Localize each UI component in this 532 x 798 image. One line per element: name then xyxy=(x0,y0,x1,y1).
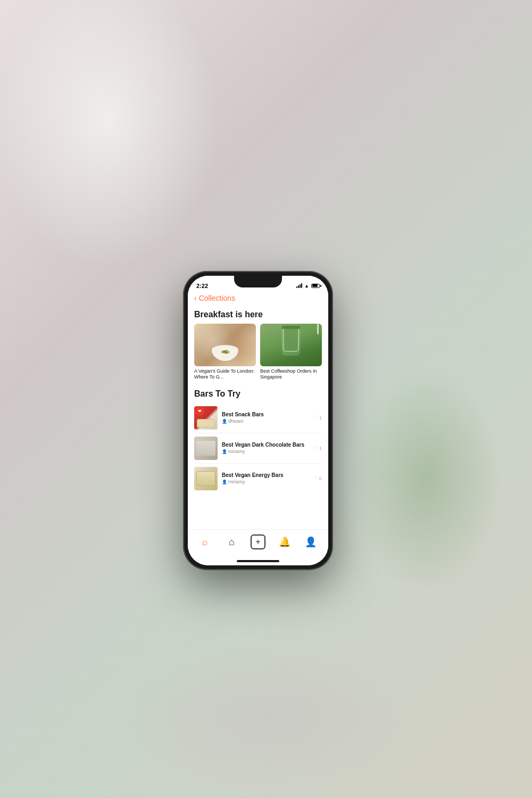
nav-add[interactable]: + xyxy=(248,532,268,552)
card-drink-image xyxy=(260,324,322,366)
card-food-image: 🥗 xyxy=(194,324,256,366)
snack-bars-thumbnail: ❤ xyxy=(194,406,218,430)
snack-bars-likes: 1 xyxy=(319,415,322,421)
wifi-icon: ▲ xyxy=(304,283,309,289)
back-button[interactable]: ‹ Collections xyxy=(194,294,322,302)
energy-bars-info: Best Vegan Energy Bars 👤 miriamy xyxy=(222,472,313,484)
heart-outline-icon-3: ♡ xyxy=(313,475,318,481)
phone-mockup: 2:22 ▲ ‹ Collections xyxy=(184,272,332,570)
drink-straw-icon xyxy=(317,324,319,334)
home-icon: ⌂ xyxy=(229,537,235,548)
chocolate-bars-author: 👤 miriamy xyxy=(222,449,313,454)
chocolate-bars-likes: 1 xyxy=(319,446,322,451)
nav-home[interactable]: ⌂ xyxy=(222,532,241,552)
status-time: 2:22 xyxy=(196,283,208,289)
nav-search[interactable]: ⌕ xyxy=(196,532,215,552)
energy-bars-thumbnail xyxy=(194,467,218,490)
status-icons: ▲ xyxy=(296,283,320,289)
bars-section-title: Bars To Try xyxy=(194,389,322,399)
energy-bars-likes: 0 xyxy=(319,476,322,481)
bottom-navigation: ⌕ ⌂ + 🔔 👤 xyxy=(188,529,328,557)
chocolate-bars-info: Best Vegan Dark Chocolate Bars 👤 miriamy xyxy=(222,442,313,454)
energy-bars-title: Best Vegan Energy Bars xyxy=(222,472,313,478)
list-item-snack-bars[interactable]: ❤ Best Snack Bars 👤 dhwani ♡ 1 xyxy=(194,403,322,433)
nav-notifications[interactable]: 🔔 xyxy=(275,532,294,552)
signal-icon xyxy=(296,283,302,288)
author-icon-2: 👤 xyxy=(222,449,227,454)
phone-screen: 2:22 ▲ ‹ Collections xyxy=(188,276,328,565)
card-drink-label: Best Coffeeshop Orders In Singapore xyxy=(260,368,322,381)
user-icon: 👤 xyxy=(305,536,317,548)
chocolate-bars-meta: ♡ 1 xyxy=(313,445,322,451)
chocolate-bars-thumbnail xyxy=(194,437,218,460)
card-food-label: A Vegan's Guide To London: Where To G... xyxy=(194,368,256,381)
snack-bars-info: Best Snack Bars 👤 dhwani xyxy=(222,412,313,424)
card-coffeeshop-singapore[interactable]: Best Coffeeshop Orders In Singapore xyxy=(260,324,322,381)
page-header: ‹ Collections xyxy=(188,292,328,306)
phone-frame: 2:22 ▲ ‹ Collections xyxy=(184,272,332,570)
chevron-left-icon: ‹ xyxy=(194,294,197,302)
drink-cup-icon xyxy=(283,328,299,352)
add-button[interactable]: + xyxy=(251,534,265,549)
snack-bars-author-name: dhwani xyxy=(228,418,244,424)
snack-bar-visual xyxy=(197,419,215,427)
energy-bar-visual xyxy=(196,471,215,486)
chocolate-bars-title: Best Vegan Dark Chocolate Bars xyxy=(222,442,313,448)
home-indicator xyxy=(188,557,328,565)
scroll-content[interactable]: Breakfast is here 🥗 A Vegan's Guide To L… xyxy=(188,306,328,529)
nav-profile[interactable]: 👤 xyxy=(301,532,320,552)
breakfast-cards-grid: 🥗 A Vegan's Guide To London: Where To G.… xyxy=(194,324,322,381)
chocolate-bars-author-name: miriamy xyxy=(228,449,245,454)
heart-outline-icon: ♡ xyxy=(313,415,318,421)
energy-bars-author-name: miriamy xyxy=(228,479,245,484)
home-bar xyxy=(237,560,279,562)
search-icon: ⌕ xyxy=(202,537,208,548)
card-vegan-london[interactable]: 🥗 A Vegan's Guide To London: Where To G.… xyxy=(194,324,256,381)
snack-bars-meta: ♡ 1 xyxy=(313,415,322,421)
list-item-chocolate-bars[interactable]: Best Vegan Dark Chocolate Bars 👤 miriamy… xyxy=(194,433,322,464)
status-bar: 2:22 ▲ xyxy=(188,276,328,292)
drink-top-icon xyxy=(282,326,300,329)
energy-bars-meta: ♡ 0 xyxy=(313,475,322,481)
breakfast-section-title: Breakfast is here xyxy=(194,310,322,319)
bell-icon: 🔔 xyxy=(279,536,290,548)
list-item-energy-bars[interactable]: Best Vegan Energy Bars 👤 miriamy ♡ 0 xyxy=(194,464,322,493)
heart-outline-icon-2: ♡ xyxy=(313,445,318,451)
snack-bars-author: 👤 dhwani xyxy=(222,418,313,424)
author-icon-3: 👤 xyxy=(222,480,227,484)
snack-bars-title: Best Snack Bars xyxy=(222,412,313,417)
food-bowl-icon: 🥗 xyxy=(212,345,238,361)
back-label: Collections xyxy=(199,294,235,302)
snack-heart-icon: ❤ xyxy=(195,407,204,416)
battery-icon xyxy=(311,284,320,288)
energy-bars-author: 👤 miriamy xyxy=(222,479,313,484)
author-icon: 👤 xyxy=(222,419,227,424)
plus-icon: + xyxy=(255,537,260,547)
choc-bar-visual xyxy=(196,441,215,456)
